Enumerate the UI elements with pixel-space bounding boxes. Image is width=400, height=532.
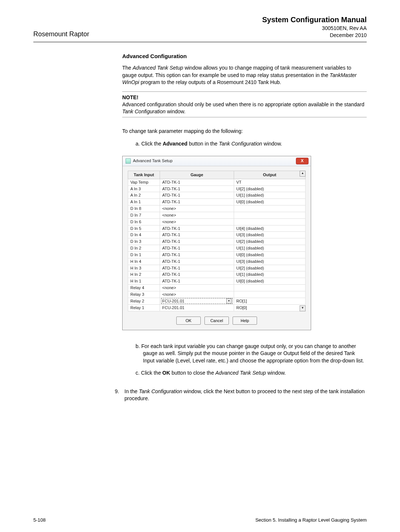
cell-tank-input[interactable]: A In 1 <box>128 199 160 205</box>
dropdown-value: FCU-201.01 <box>162 298 184 304</box>
page-header: Rosemount Raptor System Configuration Ma… <box>33 15 367 39</box>
col-tank-input[interactable]: Tank Input <box>128 171 160 179</box>
cell-tank-input[interactable]: H In 2 <box>128 271 160 278</box>
text: Advanced Tank Setup <box>133 65 183 71</box>
cell-tank-input[interactable]: A In 2 <box>128 192 160 199</box>
cell-tank-input[interactable]: Relay 4 <box>128 285 160 291</box>
cell-output[interactable]: VT <box>234 179 306 185</box>
cell-output[interactable]: RO[1] <box>234 298 306 304</box>
cell-output[interactable]: UI[0] (disabled) <box>234 251 306 258</box>
text: Tank Configuration <box>139 388 182 394</box>
text: c. Click the <box>136 370 162 376</box>
cell-tank-input[interactable]: D In 2 <box>128 245 160 252</box>
cell-output[interactable]: UI[3] (disabled) <box>234 258 306 265</box>
cell-tank-input[interactable]: D In 1 <box>128 251 160 258</box>
text: window. <box>166 108 186 114</box>
close-button[interactable]: X <box>296 158 309 164</box>
cell-tank-input[interactable]: D In 6 <box>128 218 160 225</box>
note-title: NOTE! <box>122 94 367 101</box>
cell-output[interactable] <box>234 212 306 218</box>
cell-gauge[interactable]: ATD-TK-1 <box>160 271 234 278</box>
step-9: 9. In the Tank Configuration window, cli… <box>115 388 367 402</box>
cell-tank-input[interactable]: H In 3 <box>128 265 160 271</box>
divider <box>33 42 367 42</box>
cell-output[interactable]: UI[2] (disabled) <box>234 185 306 192</box>
page-footer: 5-108 Section 5. Installing a Raptor Lev… <box>33 517 367 523</box>
cell-output[interactable]: RO[0] <box>234 304 306 311</box>
cell-tank-input[interactable]: Relay 1 <box>128 304 160 311</box>
cell-tank-input[interactable]: Relay 3 <box>128 291 160 298</box>
cell-tank-input[interactable]: D In 5 <box>128 225 160 232</box>
cell-gauge[interactable]: ATD-TK-1 <box>160 225 234 232</box>
dialog-titlebar[interactable]: Advanced Tank Setup X <box>123 156 311 166</box>
cell-gauge[interactable]: ATD-TK-1 <box>160 258 234 265</box>
chevron-down-icon[interactable]: ▾ <box>226 298 231 304</box>
cell-gauge[interactable]: ATD-TK-1 <box>160 238 234 245</box>
ok-button[interactable]: OK <box>176 317 201 325</box>
cell-gauge[interactable]: <none> <box>160 218 234 225</box>
cell-output[interactable] <box>234 205 306 212</box>
app-icon <box>126 158 131 164</box>
cell-gauge[interactable]: FCU-201.01▾ <box>160 298 234 304</box>
cell-gauge[interactable]: <none> <box>160 212 234 218</box>
step-c: c. Click the OK button to close the Adva… <box>136 369 367 377</box>
cell-tank-input[interactable]: Vap Temp <box>128 179 160 185</box>
cell-tank-input[interactable]: H In 1 <box>128 278 160 285</box>
cell-output[interactable]: UI[3] (disabled) <box>234 232 306 238</box>
text: In the <box>124 388 139 394</box>
cell-gauge[interactable]: <none> <box>160 205 234 212</box>
table-row: Relay 2FCU-201.01▾RO[1] <box>128 298 306 304</box>
table-row: Relay 3<none> <box>128 291 306 298</box>
cell-output[interactable]: UI[0] (disabled) <box>234 278 306 285</box>
cell-output[interactable]: UI[0] (disabled) <box>234 199 306 205</box>
cell-gauge[interactable]: ATD-TK-1 <box>160 265 234 271</box>
table-row: D In 7<none> <box>128 212 306 218</box>
cell-tank-input[interactable]: D In 7 <box>128 212 160 218</box>
cell-tank-input[interactable]: D In 4 <box>128 232 160 238</box>
advanced-tank-setup-dialog: Advanced Tank Setup X Tank Input Gauge O… <box>122 156 311 330</box>
text: OK <box>162 370 170 376</box>
cell-gauge[interactable]: ATD-TK-1 <box>160 199 234 205</box>
cell-gauge[interactable]: ATD-TK-1 <box>160 278 234 285</box>
cell-output[interactable] <box>234 285 306 291</box>
scroll-down-button[interactable]: ▼ <box>300 305 306 311</box>
cell-gauge[interactable]: ATD-TK-1 <box>160 179 234 185</box>
col-gauge[interactable]: Gauge <box>160 171 234 179</box>
cell-gauge[interactable]: <none> <box>160 285 234 291</box>
cell-tank-input[interactable]: Relay 2 <box>128 298 160 304</box>
cell-tank-input[interactable]: H In 4 <box>128 258 160 265</box>
cell-gauge[interactable]: FCU-201.01 <box>160 304 234 311</box>
cell-gauge[interactable]: ATD-TK-1 <box>160 232 234 238</box>
cell-output[interactable]: UI[1] (disabled) <box>234 192 306 199</box>
step-a: a. Click the Advanced button in the Tank… <box>136 140 367 148</box>
footer-right: Section 5. Installing a Raptor Level Gau… <box>255 517 367 523</box>
scroll-up-button[interactable]: ▲ <box>300 171 306 177</box>
cancel-button[interactable]: Cancel <box>204 317 229 325</box>
cell-gauge[interactable]: ATD-TK-1 <box>160 245 234 252</box>
col-output[interactable]: Output <box>234 171 306 179</box>
table-row: H In 2ATD-TK-1UI[1] (disabled) <box>128 271 306 278</box>
cell-gauge[interactable]: ATD-TK-1 <box>160 192 234 199</box>
text: button to close the <box>170 370 215 376</box>
cell-output[interactable]: UI[1] (disabled) <box>234 271 306 278</box>
chevron-down-icon: ▼ <box>301 306 304 310</box>
chevron-up-icon: ▲ <box>301 171 304 175</box>
help-button[interactable]: Help <box>233 317 257 325</box>
cell-gauge[interactable]: ATD-TK-1 <box>160 185 234 192</box>
dialog-body: Tank Input Gauge Output Vap TempATD-TK-1… <box>123 166 311 330</box>
cell-tank-input[interactable]: D In 3 <box>128 238 160 245</box>
table-row: Relay 1FCU-201.01RO[0] <box>128 304 306 311</box>
cell-output[interactable]: UI[4] (disabled) <box>234 225 306 232</box>
cell-output[interactable] <box>234 218 306 225</box>
cell-output[interactable]: UI[1] (disabled) <box>234 245 306 252</box>
cell-output[interactable] <box>234 291 306 298</box>
cell-gauge[interactable]: <none> <box>160 291 234 298</box>
cell-gauge[interactable]: ATD-TK-1 <box>160 251 234 258</box>
gauge-dropdown[interactable]: FCU-201.01▾ <box>161 298 233 304</box>
table-row: Vap TempATD-TK-1VT <box>128 179 306 185</box>
cell-output[interactable]: UI[2] (disabled) <box>234 265 306 271</box>
cell-tank-input[interactable]: A In 3 <box>128 185 160 192</box>
cell-tank-input[interactable]: D In 8 <box>128 205 160 212</box>
section-title: Advanced Configuration <box>122 53 367 60</box>
cell-output[interactable]: UI[2] (disabled) <box>234 238 306 245</box>
